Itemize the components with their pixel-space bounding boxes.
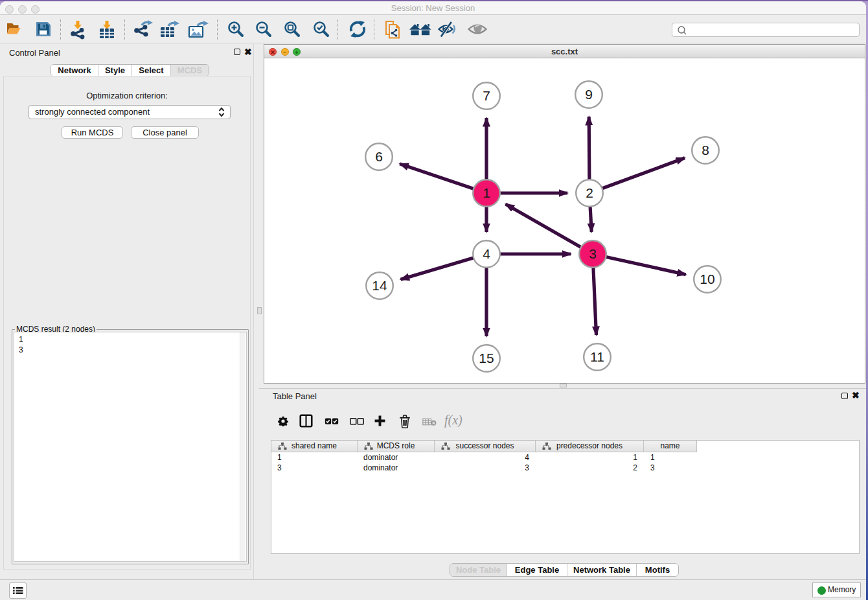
svg-text:2: 2 [586,185,593,200]
svg-text:6: 6 [375,149,383,164]
svg-text:14: 14 [372,278,387,293]
svg-text:1: 1 [483,185,490,200]
svg-text:8: 8 [702,143,709,157]
svg-text:9: 9 [585,87,593,102]
svg-text:7: 7 [483,88,490,103]
svg-text:3: 3 [589,246,597,261]
svg-text:15: 15 [479,351,494,365]
svg-text:10: 10 [700,271,714,286]
svg-text:11: 11 [590,349,604,364]
svg-text:4: 4 [483,246,490,261]
